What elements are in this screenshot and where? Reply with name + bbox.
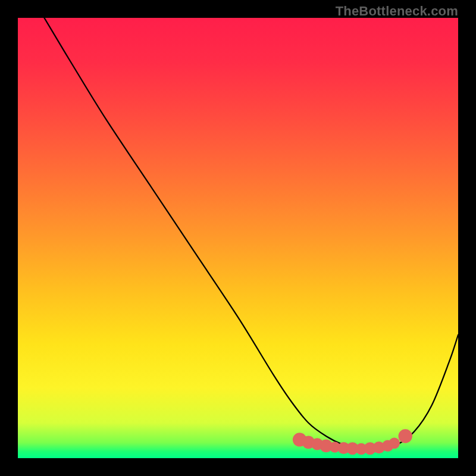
bottom-marker bbox=[389, 438, 400, 449]
bottom-marker bbox=[399, 429, 412, 443]
attribution-text: TheBottleneck.com bbox=[336, 4, 458, 19]
bottleneck-chart bbox=[18, 18, 458, 458]
chart-frame bbox=[18, 18, 458, 458]
